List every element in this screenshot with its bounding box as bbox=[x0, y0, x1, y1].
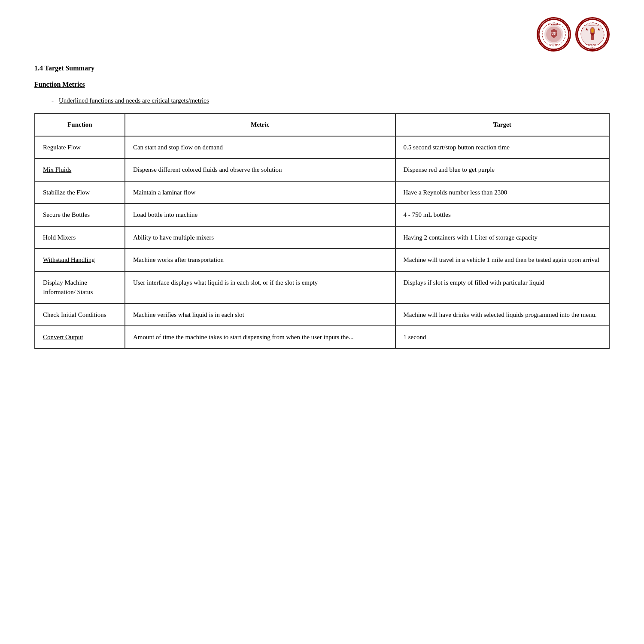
function-metrics-table: Function Metric Target Regulate FlowCan … bbox=[34, 113, 610, 349]
target-cell: Machine will have drinks with selected l… bbox=[395, 304, 609, 326]
metric-cell: Can start and stop flow on demand bbox=[125, 136, 395, 159]
header: FLORIDA GATORS UF ★ ★ F bbox=[34, 17, 610, 52]
function-cell: Withstand Handling bbox=[35, 249, 125, 271]
table-row: Display Machine Information/ StatusUser … bbox=[35, 271, 609, 304]
function-cell: Secure the Bottles bbox=[35, 204, 125, 226]
metric-cell: Dispense different colored fluids and ob… bbox=[125, 158, 395, 181]
svg-text:★: ★ bbox=[585, 27, 589, 31]
svg-point-14 bbox=[591, 28, 594, 33]
table-row: Regulate FlowCan start and stop flow on … bbox=[35, 136, 609, 159]
svg-text:GATORS: GATORS bbox=[550, 43, 559, 46]
function-cell: Display Machine Information/ Status bbox=[35, 271, 125, 304]
metric-cell: Machine verifies what liquid is in each … bbox=[125, 304, 395, 326]
table-row: Check Initial ConditionsMachine verifies… bbox=[35, 304, 609, 326]
subsection-title: Function Metrics bbox=[34, 81, 610, 88]
svg-text:FLORIDA: FLORIDA bbox=[548, 23, 560, 26]
svg-text:UNIVERSITY: UNIVERSITY bbox=[586, 43, 599, 46]
target-cell: 1 second bbox=[395, 326, 609, 349]
metric-cell: Maintain a laminar flow bbox=[125, 181, 395, 204]
target-cell: 0.5 second start/stop button reaction ti… bbox=[395, 136, 609, 159]
target-cell: Displays if slot is empty of filled with… bbox=[395, 271, 609, 304]
table-row: Mix FluidsDispense different colored flu… bbox=[35, 158, 609, 181]
metric-cell: User interface displays what liquid is i… bbox=[125, 271, 395, 304]
col-header-target: Target bbox=[395, 113, 609, 136]
metric-cell: Machine works after transportation bbox=[125, 249, 395, 271]
bullet-dash: - bbox=[52, 97, 54, 104]
svg-text:★: ★ bbox=[597, 27, 601, 31]
target-cell: Machine will travel in a vehicle 1 mile … bbox=[395, 249, 609, 271]
section-title: 1.4 Target Summary bbox=[34, 64, 610, 72]
svg-text:UF: UF bbox=[551, 31, 556, 36]
target-cell: 4 - 750 mL bottles bbox=[395, 204, 609, 226]
metric-cell: Amount of time the machine takes to star… bbox=[125, 326, 395, 349]
col-header-metric: Metric bbox=[125, 113, 395, 136]
table-row: Hold MixersAbility to have multiple mixe… bbox=[35, 226, 609, 249]
function-cell: Stabilize the Flow bbox=[35, 181, 125, 204]
function-cell: Hold Mixers bbox=[35, 226, 125, 249]
target-cell: Having 2 containers with 1 Liter of stor… bbox=[395, 226, 609, 249]
bullet-text: Underlined functions and needs are criti… bbox=[59, 97, 209, 104]
table-row: Stabilize the FlowMaintain a laminar flo… bbox=[35, 181, 609, 204]
florida-logo: FLORIDA GATORS UF bbox=[537, 17, 571, 52]
target-cell: Have a Reynolds number less than 2300 bbox=[395, 181, 609, 204]
table-header-row: Function Metric Target bbox=[35, 113, 609, 136]
fsu-logo: ★ ★ FLORIDA STATE UNIVERSITY 1851 bbox=[575, 17, 610, 52]
function-cell: Regulate Flow bbox=[35, 136, 125, 159]
function-cell: Check Initial Conditions bbox=[35, 304, 125, 326]
svg-text:1851: 1851 bbox=[590, 47, 595, 49]
col-header-function: Function bbox=[35, 113, 125, 136]
metric-cell: Ability to have multiple mixers bbox=[125, 226, 395, 249]
table-row: Secure the BottlesLoad bottle into machi… bbox=[35, 204, 609, 226]
bullet-note: - Underlined functions and needs are cri… bbox=[52, 97, 610, 104]
metric-cell: Load bottle into machine bbox=[125, 204, 395, 226]
function-cell: Mix Fluids bbox=[35, 158, 125, 181]
target-cell: Dispense red and blue to get purple bbox=[395, 158, 609, 181]
logos: FLORIDA GATORS UF ★ ★ F bbox=[537, 17, 610, 52]
table-row: Convert OutputAmount of time the machine… bbox=[35, 326, 609, 349]
function-cell: Convert Output bbox=[35, 326, 125, 349]
table-row: Withstand HandlingMachine works after tr… bbox=[35, 249, 609, 271]
